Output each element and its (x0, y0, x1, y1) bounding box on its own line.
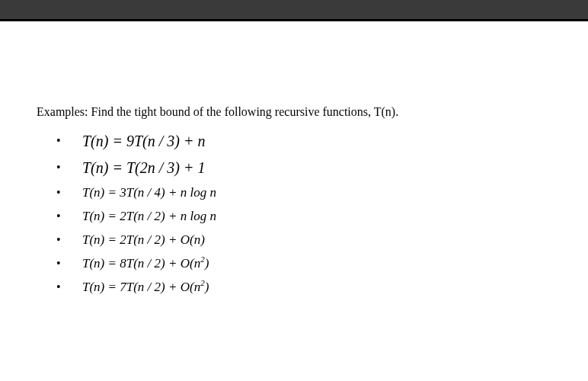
document-content: Examples: Find the tight bound of the fo… (0, 21, 588, 296)
equation: T(n) = 8T(n / 2) + O(n2) (82, 256, 209, 271)
equation: T(n) = T(2n / 3) + 1 (82, 159, 205, 176)
list-item: T(n) = 3T(n / 4) + n log n (82, 184, 588, 202)
equation: T(n) = 2T(n / 2) + O(n) (82, 232, 205, 247)
list-item: T(n) = 2T(n / 2) + O(n) (82, 232, 588, 249)
top-bar (0, 0, 588, 21)
equation-list: T(n) = 9T(n / 3) + n T(n) = T(2n / 3) + … (37, 131, 588, 296)
list-item: T(n) = 9T(n / 3) + n (82, 131, 588, 152)
list-item: T(n) = 8T(n / 2) + O(n2) (82, 255, 588, 273)
list-item: T(n) = 2T(n / 2) + n log n (82, 208, 588, 226)
equation: T(n) = 7T(n / 2) + O(n2) (82, 280, 209, 294)
equation: T(n) = 3T(n / 4) + n log n (82, 185, 216, 200)
list-item: T(n) = T(2n / 3) + 1 (82, 158, 588, 178)
equation: T(n) = 9T(n / 3) + n (82, 133, 205, 149)
equation: T(n) = 2T(n / 2) + n log n (82, 209, 216, 223)
list-item: T(n) = 7T(n / 2) + O(n2) (82, 279, 588, 296)
intro-text: Examples: Find the tight bound of the fo… (37, 105, 588, 119)
